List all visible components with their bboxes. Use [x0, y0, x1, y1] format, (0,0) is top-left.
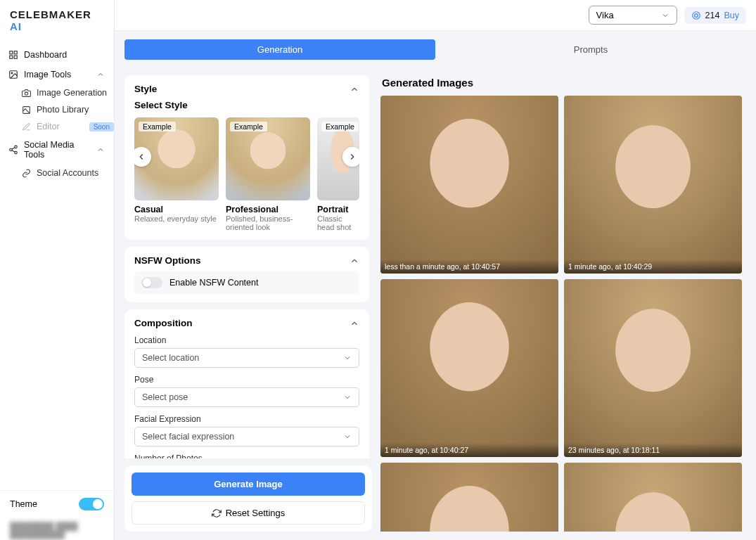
style-desc: Relaxed, everyday style — [134, 214, 219, 223]
nav-social-tools-label: Social Media Tools — [24, 140, 90, 160]
edit-icon — [21, 122, 31, 131]
svg-point-10 — [15, 151, 18, 154]
logo-text-a: CELEBMAKER — [10, 8, 91, 20]
svg-point-9 — [10, 148, 13, 151]
generated-image[interactable] — [380, 463, 558, 532]
nav-social-accounts[interactable]: Social Accounts — [0, 165, 114, 181]
nsfw-header[interactable]: NSFW Options — [134, 255, 359, 266]
location-select[interactable]: Select location — [134, 348, 359, 368]
facial-select[interactable]: Select facial expression — [134, 427, 359, 446]
nav-editor: Editor Soon — [0, 118, 114, 135]
soon-badge: Soon — [89, 122, 114, 131]
carousel-next[interactable] — [342, 147, 359, 167]
nsfw-title: NSFW Options — [134, 255, 201, 266]
sidebar: CELEBMAKER AI Dashboard Image Tools Imag… — [0, 0, 115, 540]
generate-button[interactable]: Generate Image — [132, 472, 365, 496]
chevron-down-icon — [343, 354, 352, 362]
generated-image[interactable]: 1 minute ago, at 10:40:29 — [564, 96, 742, 274]
persona-value: Vika — [596, 10, 614, 20]
nav-dashboard-label: Dashboard — [24, 50, 67, 60]
svg-point-6 — [25, 91, 27, 94]
generated-image[interactable]: less than a minute ago, at 10:40:57 — [380, 96, 558, 274]
action-bar: Generate Image Reset Settings — [124, 465, 372, 532]
pose-placeholder: Select pose — [142, 392, 188, 402]
style-card: Style Select Style Example Casual Rel — [124, 75, 369, 240]
nav-social-tools[interactable]: Social Media Tools — [0, 135, 114, 165]
style-title: Style — [134, 84, 157, 94]
theme-toggle[interactable] — [79, 498, 104, 510]
tab-bar: Generation Prompts — [124, 39, 746, 60]
buy-link[interactable]: Buy — [724, 11, 739, 20]
refresh-icon — [212, 508, 222, 518]
svg-point-5 — [11, 72, 13, 74]
persona-select[interactable]: Vika — [589, 6, 677, 25]
gallery-grid: less than a minute ago, at 10:40:57 1 mi… — [380, 96, 742, 532]
style-item-portrait[interactable]: Example Portrait Classic head shot — [317, 117, 359, 231]
share-icon — [8, 145, 18, 155]
chevron-down-icon — [661, 11, 669, 20]
nav-image-tools[interactable]: Image Tools — [0, 65, 114, 84]
credits-count: 214 — [705, 11, 720, 20]
app-logo: CELEBMAKER AI — [0, 0, 114, 41]
generated-image[interactable]: 23 minutes ago, at 10:18:11 — [564, 279, 742, 457]
svg-rect-3 — [14, 56, 17, 58]
nav-image-tools-label: Image Tools — [24, 70, 71, 79]
location-placeholder: Select location — [142, 353, 199, 363]
chevron-up-icon — [350, 319, 359, 328]
generated-image[interactable] — [564, 463, 742, 532]
blurred-user-info: ████████ ██████████████ — [0, 518, 114, 540]
facial-label: Facial Expression — [134, 414, 359, 424]
style-desc: Polished, business-oriented look — [226, 214, 310, 231]
chevron-up-icon — [350, 256, 359, 266]
nav-social-accounts-label: Social Accounts — [37, 168, 98, 178]
svg-rect-2 — [10, 56, 13, 58]
nav-dashboard[interactable]: Dashboard — [0, 45, 114, 65]
chevron-down-icon — [343, 393, 352, 401]
tab-generation[interactable]: Generation — [124, 39, 435, 60]
facial-placeholder: Select facial expression — [142, 432, 234, 442]
chevron-down-icon — [343, 432, 352, 441]
dashboard-icon — [8, 50, 18, 60]
nav-photo-library-label: Photo Library — [37, 105, 89, 115]
nav-image-generation[interactable]: Image Generation — [0, 84, 114, 101]
style-item-casual[interactable]: Example Casual Relaxed, everyday style — [134, 117, 219, 231]
main-area: Vika 214 Buy Generation Prompts Styl — [115, 0, 756, 540]
svg-point-13 — [692, 11, 700, 19]
svg-line-11 — [12, 148, 15, 149]
gallery-title: Generated Images — [382, 77, 746, 89]
credits-pill[interactable]: 214 Buy — [684, 7, 746, 24]
nsfw-card: NSFW Options Enable NSFW Content — [124, 247, 369, 302]
nsfw-toggle-row[interactable]: Enable NSFW Content — [134, 271, 359, 294]
link-icon — [21, 168, 31, 178]
nsfw-toggle[interactable] — [141, 277, 162, 288]
nav-photo-library[interactable]: Photo Library — [0, 101, 114, 118]
composition-card: Composition Location Select location Pos… — [124, 309, 369, 458]
reset-label: Reset Settings — [226, 508, 286, 518]
reset-button[interactable]: Reset Settings — [132, 501, 365, 525]
num-label: Number of Photos — [134, 454, 359, 458]
nav-editor-label: Editor — [37, 122, 60, 131]
style-name: Portrait — [317, 205, 359, 214]
style-desc: Classic head shot — [317, 214, 359, 231]
generated-image[interactable]: 1 minute ago, at 10:40:27 — [380, 279, 558, 457]
style-item-professional[interactable]: Example Professional Polished, business-… — [226, 117, 310, 231]
composition-title: Composition — [134, 318, 193, 328]
pose-select[interactable]: Select pose — [134, 387, 359, 407]
pose-label: Pose — [134, 375, 359, 385]
image-timestamp: 23 minutes ago, at 10:18:11 — [564, 443, 742, 457]
style-name: Professional — [226, 205, 310, 214]
image-icon — [8, 70, 18, 79]
theme-row: Theme — [10, 498, 104, 510]
topbar: Vika 214 Buy — [115, 0, 756, 31]
style-name: Casual — [134, 205, 219, 214]
composition-header[interactable]: Composition — [134, 318, 359, 328]
nav-image-generation-label: Image Generation — [37, 88, 107, 98]
example-tag: Example — [230, 122, 267, 131]
chevron-up-icon — [96, 70, 105, 79]
tab-prompts[interactable]: Prompts — [435, 39, 746, 60]
select-style-label: Select Style — [134, 100, 359, 110]
svg-line-12 — [12, 150, 15, 152]
image-timestamp: less than a minute ago, at 10:40:57 — [380, 259, 558, 274]
example-tag: Example — [321, 122, 359, 131]
style-header[interactable]: Style — [134, 84, 359, 94]
